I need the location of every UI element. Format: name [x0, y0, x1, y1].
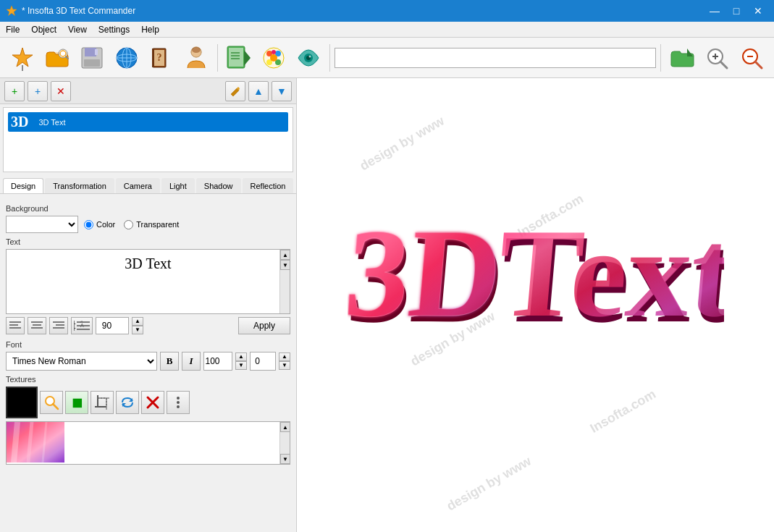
toolbar-separator-3 — [660, 44, 661, 72]
view-button[interactable] — [292, 41, 325, 75]
texture-scrollbar: ▲ ▼ — [279, 422, 290, 464]
search-input[interactable] — [335, 48, 656, 68]
zoom-out-button[interactable] — [735, 41, 768, 75]
svg-point-34 — [270, 54, 277, 62]
texture-delete-button[interactable] — [141, 391, 164, 414]
pencil-icon — [230, 85, 241, 97]
svg-point-22 — [192, 47, 201, 53]
scroll-down-arrow[interactable]: ▼ — [280, 260, 290, 270]
svg-point-78 — [177, 401, 180, 404]
texture-search-button[interactable] — [40, 391, 63, 414]
texture-add-button[interactable]: ◼ — [65, 391, 88, 414]
align-right-button[interactable] — [49, 317, 68, 334]
font-size-down-button[interactable]: ▼ — [235, 361, 247, 370]
book-icon: ? — [148, 45, 174, 71]
texture-scroll-down[interactable]: ▼ — [280, 454, 290, 464]
crop-icon — [95, 395, 109, 410]
move-up-button[interactable]: ▲ — [248, 81, 269, 101]
color-radio-label[interactable]: Color — [84, 220, 115, 229]
apply-button[interactable]: Apply — [238, 317, 290, 334]
bold-button[interactable]: B — [160, 352, 179, 371]
maximize-button[interactable]: □ — [726, 1, 746, 21]
background-color-select[interactable] — [6, 216, 78, 233]
open-button[interactable] — [41, 41, 74, 75]
remove-layer-button[interactable]: ✕ — [51, 81, 71, 101]
tab-design[interactable]: Design — [3, 178, 43, 193]
menu-help[interactable]: Help — [135, 23, 165, 36]
layer-item-3d[interactable]: 3D 3D Text — [8, 112, 288, 132]
align-left-button[interactable] — [6, 317, 25, 334]
texture-more-button[interactable] — [167, 391, 190, 414]
font-angle-down-button[interactable]: ▼ — [279, 361, 290, 370]
globe-button[interactable] — [110, 41, 143, 75]
transparent-radio-label[interactable]: Transparent — [124, 220, 179, 229]
panel-toolbar: + + ✕ ▲ ▼ — [0, 78, 296, 104]
align-center-button[interactable] — [28, 317, 46, 334]
menu-object[interactable]: Object — [25, 23, 62, 36]
italic-button[interactable]: I — [182, 352, 201, 371]
svg-line-44 — [720, 62, 727, 68]
color-radio[interactable] — [84, 220, 93, 229]
transparent-radio[interactable] — [124, 220, 133, 229]
font-size-spinner: ▲ ▼ — [235, 352, 247, 370]
tab-camera[interactable]: Camera — [116, 178, 160, 193]
palette-button[interactable] — [257, 41, 290, 75]
font-angle-up-button[interactable]: ▲ — [279, 352, 290, 361]
edit-button[interactable] — [225, 81, 245, 101]
close-button[interactable]: ✕ — [748, 1, 768, 21]
texture-scroll-up[interactable]: ▲ — [280, 422, 290, 432]
menu-bar: File Object View Settings Help — [0, 22, 774, 38]
new-button[interactable] — [6, 41, 39, 75]
support-button[interactable] — [180, 41, 213, 75]
svg-text:?: ? — [157, 52, 162, 63]
export-icon — [225, 44, 253, 72]
font-angle-input[interactable] — [250, 352, 276, 371]
text-angle-input[interactable] — [96, 317, 129, 334]
svg-point-39 — [309, 55, 311, 57]
svg-line-47 — [755, 62, 762, 68]
texture-crop-button[interactable] — [91, 391, 114, 414]
svg-rect-24 — [229, 48, 243, 67]
font-name-select[interactable]: Times New Roman Arial Verdana — [6, 352, 157, 371]
menu-view[interactable]: View — [62, 23, 93, 36]
window-controls: — □ ✕ — [704, 1, 768, 21]
scroll-up-arrow[interactable]: ▲ — [280, 250, 290, 260]
svg-text:A: A — [80, 323, 84, 328]
textures-section: Textures ◼ — [6, 375, 290, 465]
tab-content-design: Background Color Transparent Te — [0, 194, 296, 532]
menu-file[interactable]: File — [0, 23, 25, 36]
tab-light[interactable]: Light — [161, 178, 195, 193]
export-button[interactable] — [222, 41, 256, 75]
line-spacing-button[interactable]: A A — [71, 317, 93, 334]
zoom-in-button[interactable] — [700, 41, 733, 75]
texture-thumbnail[interactable] — [7, 422, 64, 463]
tab-transformation[interactable]: Transformation — [45, 178, 114, 193]
minimize-button[interactable]: — — [704, 1, 725, 21]
angle-down-button[interactable]: ▼ — [132, 326, 143, 334]
move-down-button[interactable]: ▼ — [272, 81, 292, 101]
background-label: Background — [6, 204, 290, 213]
svg-point-79 — [177, 405, 180, 408]
export-folder-button[interactable] — [665, 41, 699, 75]
text-scrollbar[interactable]: ▲ ▼ — [279, 250, 290, 313]
texture-preview — [6, 387, 38, 418]
font-size-up-button[interactable]: ▲ — [235, 352, 247, 361]
align-left-icon — [9, 321, 21, 331]
texture-refresh-button[interactable] — [116, 391, 139, 414]
tab-shadow[interactable]: Shadow — [196, 178, 241, 193]
menu-settings[interactable]: Settings — [93, 23, 135, 36]
text-input[interactable]: 3D Text — [7, 250, 290, 313]
tab-reflection[interactable]: Reflection — [243, 178, 294, 193]
add-layer-blue-button[interactable]: + — [28, 81, 48, 101]
svg-line-67 — [53, 404, 58, 409]
watermark-1: design by www — [358, 114, 447, 174]
angle-up-button[interactable]: ▲ — [132, 317, 143, 326]
main-layout: + + ✕ ▲ ▼ — [0, 78, 774, 532]
title-bar: * Insofta 3D Text Commander — □ ✕ — [0, 0, 774, 22]
font-size-input[interactable] — [203, 352, 232, 371]
italic-icon: I — [189, 355, 193, 367]
toolbar-separator-2 — [329, 44, 330, 72]
add-layer-green-button[interactable]: + — [4, 81, 25, 101]
help-button[interactable]: ? — [145, 41, 178, 75]
save-button[interactable] — [75, 41, 109, 75]
